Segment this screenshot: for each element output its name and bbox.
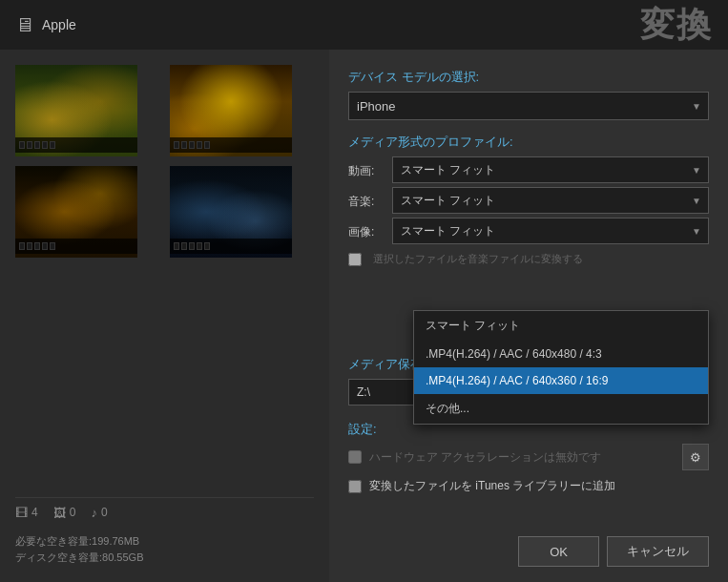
media-profile-section: メディア形式のプロファイル: 動画: スマート フィット ▼ 音楽: <box>348 134 709 266</box>
filmstrip-4 <box>170 239 292 254</box>
title-bar-left: 🖥 Apple <box>15 14 76 36</box>
audio-icon: ♪ <box>91 506 97 520</box>
device-section: デバイス モデルの選択: iPhone iPad iPod ▼ <box>348 69 709 120</box>
title-bar: 🖥 Apple 変換 <box>0 0 728 50</box>
image-format-select-wrapper: スマート フィット ▼ <box>392 218 709 244</box>
video-row-label: 動画: <box>348 156 385 179</box>
main-content: 🎞 4 🖼 0 ♪ 0 必要な空き容量:199.76MB ディスク空き容量:80… <box>0 50 728 582</box>
format-dropdown: スマート フィット .MP4(H.264) / AAC / 640x480 / … <box>413 310 709 425</box>
hardware-accel-checkbox[interactable] <box>348 450 362 464</box>
device-select-wrapper: iPhone iPad iPod ▼ <box>348 92 709 120</box>
music-format-select[interactable]: スマート フィット <box>392 187 709 214</box>
audio-count: 0 <box>101 506 108 519</box>
device-section-label: デバイス モデルの選択: <box>348 69 709 86</box>
video-format-row: 動画: スマート フィット ▼ <box>348 156 709 183</box>
video-count: 4 <box>31 506 38 519</box>
ok-button[interactable]: OK <box>518 536 599 567</box>
thumbnail-1[interactable] <box>15 65 137 156</box>
music-row-label: 音楽: <box>348 187 385 210</box>
kanji-title: 変換 <box>640 2 713 49</box>
dropdown-item-smart[interactable]: スマート フィット <box>414 311 708 341</box>
dropdown-item-360[interactable]: .MP4(H.264) / AAC / 640x360 / 16:9 <box>414 367 708 394</box>
left-panel: 🎞 4 🖼 0 ♪ 0 必要な空き容量:199.76MB ディスク空き容量:80… <box>0 50 329 582</box>
gear-button[interactable]: ⚙ <box>682 444 709 470</box>
image-stat: 🖼 0 <box>53 506 76 520</box>
video-icon: 🎞 <box>15 506 28 520</box>
required-space: 必要な空き容量:199.76MB <box>15 533 314 551</box>
info-section: 必要な空き容量:199.76MB ディスク空き容量:80.55GB <box>15 528 314 567</box>
audio-convert-checkbox[interactable] <box>348 253 362 266</box>
itunes-row: 変換したファイルを iTunes ライブラリーに追加 <box>348 478 709 494</box>
hardware-accel-label: ハードウェア アクセラレーションは無効です <box>369 449 601 466</box>
hardware-accel-row: ハードウェア アクセラレーションは無効です ⚙ <box>348 444 709 470</box>
available-space: ディスク空き容量:80.55GB <box>15 550 314 567</box>
format-rows: 動画: スマート フィット ▼ 音楽: スマート フィット <box>348 156 709 266</box>
device-select[interactable]: iPhone iPad iPod <box>348 92 709 120</box>
music-format-row: 音楽: スマート フィット ▼ <box>348 187 709 214</box>
video-format-select-wrapper: スマート フィット ▼ <box>392 156 709 183</box>
music-format-select-wrapper: スマート フィット ▼ <box>392 187 709 214</box>
video-format-select[interactable]: スマート フィット <box>392 156 709 183</box>
stats-bar: 🎞 4 🖼 0 ♪ 0 <box>15 497 314 528</box>
app-title: Apple <box>42 17 76 32</box>
checkbox-format-row: 選択したファイルを音楽ファイルに変換する <box>348 252 709 266</box>
media-profile-label: メディア形式のプロファイル: <box>348 134 709 151</box>
thumbnail-grid <box>15 65 314 258</box>
image-format-row: 画像: スマート フィット ▼ <box>348 218 709 244</box>
bottom-buttons: OK キャンセル <box>348 529 709 567</box>
right-panel: デバイス モデルの選択: iPhone iPad iPod ▼ メディア形式のプ… <box>329 50 728 582</box>
itunes-label: 変換したファイルを iTunes ライブラリーに追加 <box>369 478 615 494</box>
dropdown-item-480[interactable]: .MP4(H.264) / AAC / 640x480 / 4:3 <box>414 341 708 367</box>
filmstrip-2 <box>170 137 292 153</box>
monitor-icon: 🖥 <box>15 14 34 36</box>
audio-convert-label: 選択したファイルを音楽ファイルに変換する <box>373 252 583 266</box>
image-count: 0 <box>70 506 76 519</box>
cancel-button[interactable]: キャンセル <box>607 536 709 567</box>
filmstrip-3 <box>15 239 137 254</box>
thumbnail-2[interactable] <box>170 65 292 156</box>
video-stat: 🎞 4 <box>15 506 38 520</box>
audio-stat: ♪ 0 <box>91 506 107 520</box>
thumbnail-4[interactable] <box>170 166 292 258</box>
image-format-select[interactable]: スマート フィット <box>392 218 709 244</box>
image-icon: 🖼 <box>53 506 66 520</box>
filmstrip-1 <box>15 137 137 153</box>
settings-section: 設定: ハードウェア アクセラレーションは無効です ⚙ 変換したファイルを iT… <box>348 421 709 502</box>
thumbnail-3[interactable] <box>15 166 137 258</box>
itunes-checkbox[interactable] <box>348 480 362 493</box>
dropdown-item-other[interactable]: その他... <box>414 394 708 424</box>
image-row-label: 画像: <box>348 218 385 240</box>
